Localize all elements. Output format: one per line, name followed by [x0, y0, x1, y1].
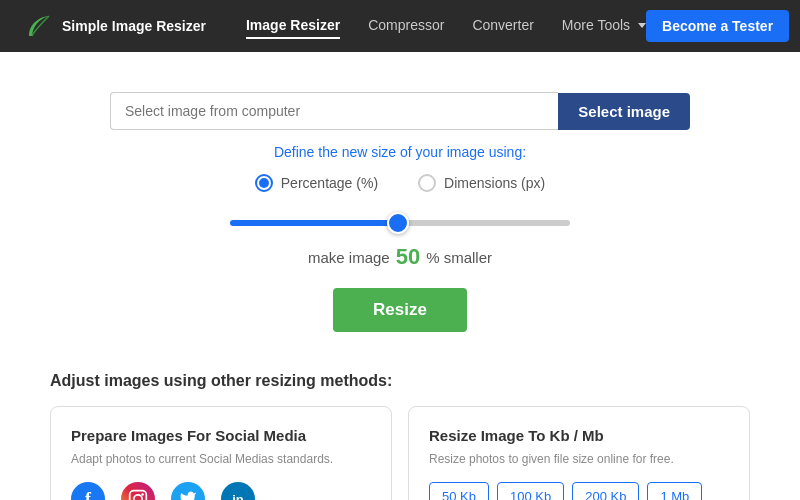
resize-kb-card: Resize Image To Kb / Mb Resize photos to…: [408, 406, 750, 500]
logo-text: Simple Image Resizer: [62, 18, 206, 34]
nav-more-tools[interactable]: More Tools: [562, 17, 646, 35]
select-image-button[interactable]: Select image: [558, 93, 690, 130]
make-image-prefix: make image: [308, 249, 390, 266]
cards-row: Prepare Images For Social Media Adapt ph…: [50, 406, 750, 500]
twitter-icon[interactable]: [171, 482, 205, 500]
resize-button[interactable]: Resize: [333, 288, 467, 332]
nav-links: Image Resizer Compressor Converter More …: [246, 17, 646, 35]
navbar: Simple Image Resizer Image Resizer Compr…: [0, 0, 800, 52]
other-methods-section: Adjust images using other resizing metho…: [50, 372, 750, 500]
instagram-icon[interactable]: [121, 482, 155, 500]
kb-1mb-button[interactable]: 1 Mb: [647, 482, 702, 500]
social-media-card: Prepare Images For Social Media Adapt ph…: [50, 406, 392, 500]
linkedin-icon[interactable]: in: [221, 482, 255, 500]
svg-point-2: [141, 493, 144, 496]
radio-percentage[interactable]: Percentage (%): [255, 174, 378, 192]
main-content: Select image Define the new size of your…: [0, 52, 800, 500]
file-input[interactable]: [110, 92, 558, 130]
nav-right: Become a Tester For Business: [646, 10, 800, 42]
make-image-row: make image 50 % smaller: [308, 244, 492, 270]
kb-100-button[interactable]: 100 Kb: [497, 482, 564, 500]
radio-row: Percentage (%) Dimensions (px): [255, 174, 545, 192]
slider-container: [230, 212, 570, 230]
become-tester-button[interactable]: Become a Tester: [646, 10, 789, 42]
radio-percentage-label: Percentage (%): [281, 175, 378, 191]
logo-icon: [24, 11, 54, 41]
resize-kb-card-desc: Resize photos to given file size online …: [429, 452, 729, 466]
radio-dimensions-label: Dimensions (px): [444, 175, 545, 191]
facebook-icon[interactable]: f: [71, 482, 105, 500]
percentage-display: 50: [396, 244, 420, 270]
social-media-card-desc: Adapt photos to current Social Medias st…: [71, 452, 371, 466]
kb-50-button[interactable]: 50 Kb: [429, 482, 489, 500]
chevron-down-icon: [638, 23, 646, 28]
radio-dimensions[interactable]: Dimensions (px): [418, 174, 545, 192]
nav-image-resizer[interactable]: Image Resizer: [246, 17, 340, 35]
make-image-suffix: % smaller: [426, 249, 492, 266]
nav-converter[interactable]: Converter: [472, 17, 533, 35]
svg-point-1: [134, 495, 142, 500]
define-size-text: Define the new size of your image using:: [274, 144, 526, 160]
other-methods-title: Adjust images using other resizing metho…: [50, 372, 750, 390]
social-media-card-title: Prepare Images For Social Media: [71, 427, 371, 444]
file-input-row: Select image: [110, 92, 690, 130]
kb-200-button[interactable]: 200 Kb: [572, 482, 639, 500]
logo[interactable]: Simple Image Resizer: [24, 11, 206, 41]
social-icons-row: f: [71, 482, 371, 500]
radio-percentage-circle: [255, 174, 273, 192]
nav-compressor[interactable]: Compressor: [368, 17, 444, 35]
resize-kb-card-title: Resize Image To Kb / Mb: [429, 427, 729, 444]
percentage-slider[interactable]: [230, 220, 570, 226]
radio-dimensions-circle: [418, 174, 436, 192]
kb-buttons-row: 50 Kb 100 Kb 200 Kb 1 Mb: [429, 482, 729, 500]
